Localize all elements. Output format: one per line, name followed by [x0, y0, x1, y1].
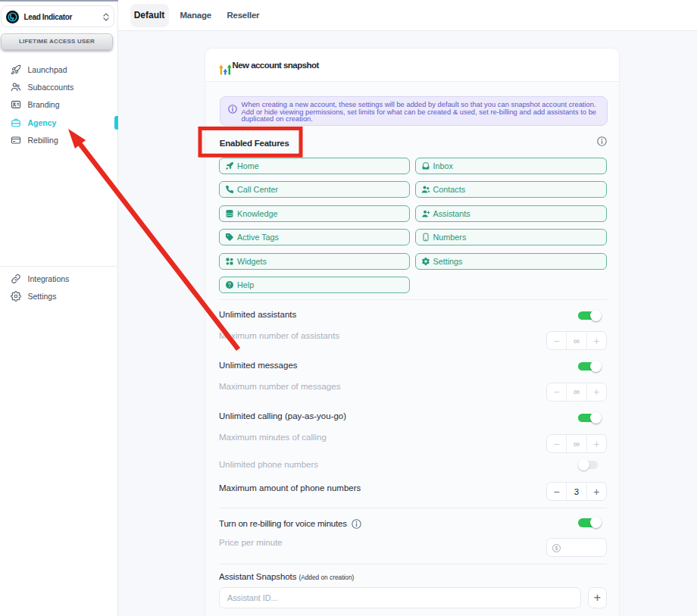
- svg-text:$: $: [555, 546, 558, 551]
